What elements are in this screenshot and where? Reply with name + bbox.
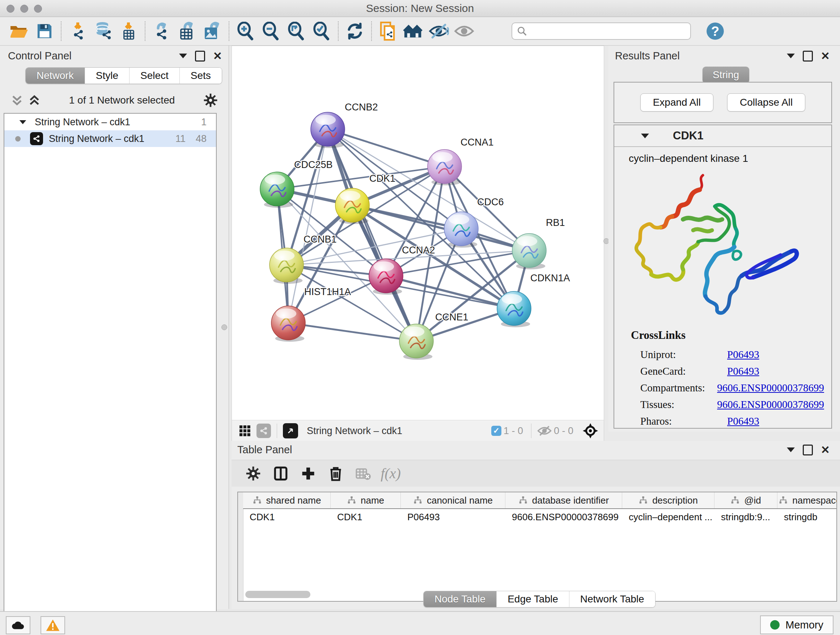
network-row[interactable]: String Network – cdk1 11 48 <box>4 130 216 147</box>
import-network-from-database-button[interactable] <box>93 21 114 42</box>
expand-all-button[interactable]: Expand All <box>640 93 714 111</box>
column-header-id[interactable]: @id <box>714 492 777 508</box>
separator <box>531 424 531 438</box>
tab-string[interactable]: String <box>703 67 749 83</box>
protein-header[interactable]: CDK1 <box>614 125 831 147</box>
table-cell[interactable]: 9606.ENSP00000378699 <box>505 509 622 525</box>
apply-layout-button[interactable] <box>344 21 365 42</box>
window-minimize-button[interactable] <box>20 5 28 13</box>
show-all-button[interactable] <box>454 21 475 42</box>
table-cell[interactable]: P06493 <box>401 509 505 525</box>
crosslink-link[interactable]: P06493 <box>727 415 759 427</box>
fit-content-crosshair-icon[interactable] <box>582 423 599 439</box>
edge-CCNB2-CCNE1[interactable] <box>328 129 416 341</box>
window-close-button[interactable] <box>6 5 14 13</box>
cloud-status-button[interactable] <box>6 616 30 634</box>
panel-float-icon[interactable] <box>803 445 813 455</box>
column-header-shared-name[interactable]: shared name <box>243 492 331 508</box>
column-header-namespace[interactable]: namespace <box>777 492 837 508</box>
collapse-all-button[interactable]: Collapse All <box>727 93 805 111</box>
network-collection-count: 1 <box>201 117 216 128</box>
crosslink-row: GeneCard:P06493 <box>640 363 824 379</box>
open-in-new-window-icon[interactable] <box>283 423 298 439</box>
import-table-button[interactable] <box>118 21 139 42</box>
panel-float-icon[interactable] <box>195 51 205 62</box>
tab-edge-table[interactable]: Edge Table <box>496 591 569 607</box>
panel-menu-icon[interactable] <box>787 54 795 58</box>
panel-menu-icon[interactable] <box>179 54 187 58</box>
network-options-gear-icon[interactable] <box>203 93 218 108</box>
edge-HIST1H1A-CCNE1[interactable] <box>288 323 416 341</box>
create-column-plus-icon[interactable] <box>298 463 318 484</box>
crosslink-link[interactable]: P06493 <box>727 348 759 361</box>
import-network-button[interactable] <box>67 21 88 42</box>
edge-CCNB2-CCNA1[interactable] <box>328 129 445 166</box>
search-input[interactable] <box>512 22 691 40</box>
splitter-grip[interactable] <box>221 325 227 330</box>
panel-close-icon[interactable]: ✕ <box>213 52 222 60</box>
column-header-database-identifier[interactable]: database identifier <box>505 492 622 508</box>
warnings-button[interactable] <box>41 616 65 634</box>
tab-node-table[interactable]: Node Table <box>424 591 496 607</box>
save-session-button[interactable] <box>34 21 55 42</box>
new-network-from-selection-button[interactable] <box>378 21 399 42</box>
node-HIST1H1A[interactable]: HIST1H1A <box>271 287 351 342</box>
panel-float-icon[interactable] <box>803 51 813 62</box>
panel-close-icon[interactable]: ✕ <box>821 52 830 60</box>
open-session-button[interactable] <box>9 21 30 42</box>
memory-button[interactable]: Memory <box>760 616 834 634</box>
expand-all-icon[interactable] <box>28 95 41 106</box>
crosslink-label: Tissues: <box>640 399 717 410</box>
edge-CDK1-RB1[interactable] <box>352 205 529 250</box>
current-network-name: String Network – cdk1 <box>307 425 402 437</box>
zoom-fit-button[interactable] <box>286 21 307 42</box>
collapse-all-icon[interactable] <box>11 95 23 106</box>
horizontal-scrollbar[interactable] <box>245 591 310 598</box>
help-button[interactable]: ? <box>705 21 726 42</box>
hide-selected-button[interactable] <box>428 21 449 42</box>
panel-close-icon[interactable]: ✕ <box>821 446 830 454</box>
column-header-description[interactable]: description <box>622 492 714 508</box>
first-neighbors-button[interactable] <box>403 21 424 42</box>
zoom-in-button[interactable] <box>235 21 256 42</box>
tree-expand-icon[interactable] <box>19 120 27 124</box>
table-options-gear-icon[interactable] <box>243 463 264 484</box>
export-network-button[interactable] <box>151 21 172 42</box>
attribute-type-icon <box>253 496 262 505</box>
crosslink-row: Pharos:P06493 <box>640 413 824 429</box>
tab-sets[interactable]: Sets <box>180 68 222 84</box>
network-view-icon[interactable] <box>256 424 271 438</box>
crosslink-link[interactable]: 9606.ENSP00000378699 <box>717 399 824 410</box>
crosslink-link[interactable]: P06493 <box>727 365 759 377</box>
node-CCNB1[interactable]: CCNB1 <box>270 234 337 284</box>
network-collection-row[interactable]: String Network – cdk1 1 <box>4 114 216 130</box>
zoom-selected-button[interactable] <box>311 21 332 42</box>
node-CDKN1A[interactable]: CDKN1A <box>497 272 570 327</box>
network-canvas[interactable]: CCNB2CCNA1CDC25BCDK1CDC6RB1CCNB1CCNA2CDK… <box>232 46 604 421</box>
show-columns-icon[interactable] <box>271 463 291 484</box>
column-header-name[interactable]: name <box>331 492 401 508</box>
tab-network[interactable]: Network <box>26 68 85 84</box>
export-image-button[interactable] <box>202 21 223 42</box>
table-cell[interactable]: cyclin–dependent ... <box>622 509 714 525</box>
zoom-out-button[interactable] <box>261 21 281 42</box>
table-cell[interactable]: stringdb <box>777 509 837 525</box>
birds-eye-view-icon[interactable] <box>238 424 251 437</box>
delete-column-trash-icon[interactable] <box>325 463 346 484</box>
tab-network-table[interactable]: Network Table <box>569 591 655 607</box>
window-zoom-button[interactable] <box>34 5 42 13</box>
tab-select[interactable]: Select <box>129 68 180 84</box>
node-CCNA1[interactable]: CCNA1 <box>428 137 494 185</box>
selected-checkbox-icon[interactable]: ✓ <box>491 426 501 436</box>
panel-menu-icon[interactable] <box>787 448 795 452</box>
crosslink-link[interactable]: 9606.ENSP00000378699 <box>717 382 824 394</box>
table-cell[interactable]: CDK1 <box>243 509 331 525</box>
collapse-section-icon[interactable] <box>641 134 649 138</box>
node-RB1[interactable]: RB1 <box>512 217 565 269</box>
export-table-button[interactable] <box>177 21 197 42</box>
table-cell[interactable]: CDK1 <box>331 509 401 525</box>
table-row[interactable]: CDK1CDK1P064939606.ENSP00000378699cyclin… <box>243 509 836 525</box>
column-header-canonical-name[interactable]: canonical name <box>401 492 505 508</box>
tab-style[interactable]: Style <box>85 68 129 84</box>
table-cell[interactable]: stringdb:9... <box>714 509 777 525</box>
